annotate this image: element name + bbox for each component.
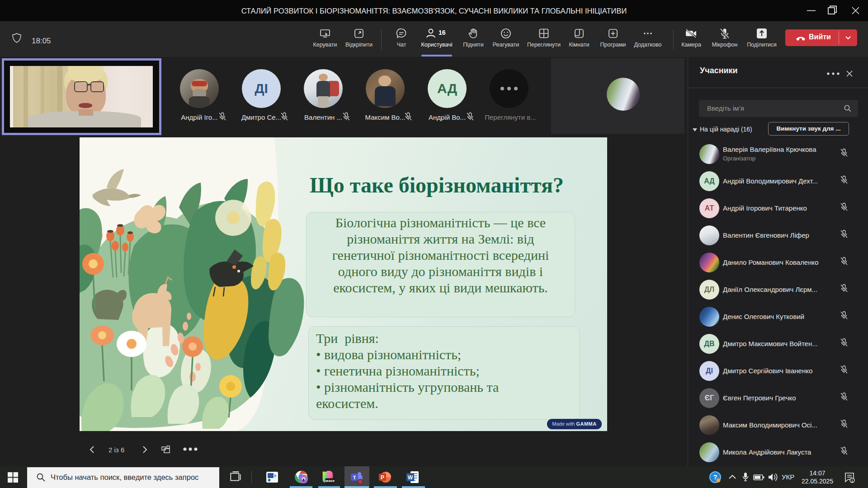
svg-text:W: W <box>408 474 413 481</box>
svg-text:M365: M365 <box>326 479 335 483</box>
svg-text:P: P <box>381 474 384 481</box>
svg-text:T: T <box>353 475 356 480</box>
svg-text:1: 1 <box>851 479 853 483</box>
